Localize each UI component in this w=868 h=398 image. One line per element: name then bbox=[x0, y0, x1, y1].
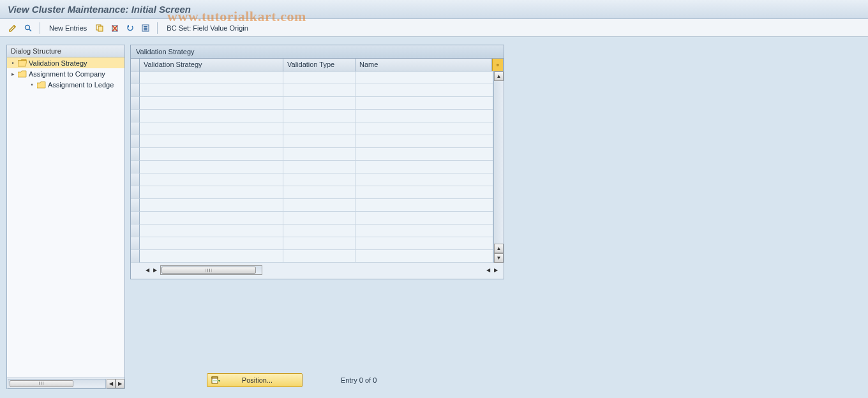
scroll-left-icon[interactable]: ◀ bbox=[107, 379, 116, 388]
title-bar: View Cluster Maintenance: Initial Screen bbox=[0, 0, 868, 19]
scroll-left-icon[interactable]: ◀ bbox=[484, 266, 492, 275]
grid-rows bbox=[131, 71, 493, 263]
position-button-label: Position... bbox=[224, 376, 302, 384]
svg-rect-17 bbox=[212, 380, 218, 381]
tree-node-label: Assignment to Ledge bbox=[48, 81, 114, 89]
scrollbar-thumb[interactable] bbox=[161, 267, 256, 274]
table-row[interactable] bbox=[131, 84, 493, 97]
row-handle[interactable] bbox=[131, 225, 140, 237]
svg-rect-11 bbox=[497, 64, 498, 66]
table-row[interactable] bbox=[131, 161, 493, 173]
table-settings-icon[interactable] bbox=[492, 59, 504, 71]
row-handle[interactable] bbox=[131, 148, 140, 161]
toolbar-separator bbox=[157, 22, 158, 34]
tree-bullet-icon: • bbox=[10, 60, 16, 66]
grid-horizontal-scrollbar[interactable]: ◀ ▶ ◀ ▶ bbox=[131, 263, 504, 279]
row-handle[interactable] bbox=[131, 212, 140, 225]
table-row[interactable] bbox=[131, 186, 493, 199]
svg-line-1 bbox=[29, 29, 31, 31]
row-handle[interactable] bbox=[131, 71, 140, 84]
grid-title: Validation Strategy bbox=[131, 45, 504, 59]
table-row[interactable] bbox=[131, 237, 493, 250]
row-handle[interactable] bbox=[131, 122, 140, 135]
svg-rect-16 bbox=[212, 377, 218, 378]
table-row[interactable] bbox=[131, 97, 493, 110]
scroll-left-icon[interactable]: ◀ bbox=[144, 266, 151, 275]
tree-node-validation-strategy[interactable]: • Validation Strategy bbox=[7, 57, 124, 68]
folder-icon bbox=[18, 70, 27, 78]
scroll-down-icon[interactable]: ▼ bbox=[494, 253, 504, 263]
page-title: View Cluster Maintenance: Initial Screen bbox=[8, 4, 191, 15]
row-handle[interactable] bbox=[131, 250, 140, 263]
toolbar-separator bbox=[40, 22, 40, 34]
tree-bullet-icon: • bbox=[29, 82, 35, 88]
grid-vertical-scrollbar[interactable]: ▲ ▲ ▼ bbox=[493, 71, 504, 263]
row-handle-header bbox=[131, 59, 140, 71]
copy-icon[interactable] bbox=[93, 22, 106, 34]
svg-rect-8 bbox=[144, 26, 147, 27]
row-handle[interactable] bbox=[131, 135, 140, 148]
scroll-right-icon[interactable]: ▶ bbox=[151, 266, 159, 275]
tree-node-label: Validation Strategy bbox=[29, 59, 87, 67]
table-row[interactable] bbox=[131, 71, 493, 84]
scroll-up-icon[interactable]: ▲ bbox=[494, 71, 504, 81]
row-handle[interactable] bbox=[131, 110, 140, 122]
table-row[interactable] bbox=[131, 212, 493, 225]
column-header-name[interactable]: Name bbox=[355, 59, 492, 71]
tree-horizontal-scrollbar[interactable]: ◀ ▶ bbox=[7, 378, 124, 388]
svg-rect-10 bbox=[144, 29, 147, 31]
dialog-structure-panel: Dialog Structure • Validation Strategy ▸… bbox=[6, 45, 125, 389]
tree-header: Dialog Structure bbox=[7, 45, 124, 57]
folder-open-icon bbox=[18, 59, 27, 67]
scrollbar-thumb[interactable] bbox=[10, 380, 73, 387]
table-row[interactable] bbox=[131, 135, 493, 148]
scroll-right-icon[interactable]: ▶ bbox=[116, 379, 124, 388]
tree-node-assignment-ledger[interactable]: • Assignment to Ledge bbox=[7, 79, 124, 90]
table-row[interactable] bbox=[131, 199, 493, 212]
scroll-right-icon[interactable]: ▶ bbox=[492, 266, 500, 275]
scroll-up-icon[interactable]: ▲ bbox=[494, 244, 504, 253]
new-entries-button[interactable]: New Entries bbox=[45, 22, 91, 34]
toolbar: New Entries BC Set: Field Value Origin bbox=[0, 19, 868, 37]
column-header-validation-strategy[interactable]: Validation Strategy bbox=[140, 59, 283, 71]
table-row[interactable] bbox=[131, 250, 493, 263]
change-icon[interactable] bbox=[6, 22, 19, 34]
select-all-icon[interactable] bbox=[139, 22, 152, 34]
row-handle[interactable] bbox=[131, 173, 140, 186]
row-handle[interactable] bbox=[131, 97, 140, 110]
table-row[interactable] bbox=[131, 148, 493, 161]
row-handle[interactable] bbox=[131, 199, 140, 212]
svg-rect-3 bbox=[98, 26, 103, 31]
grid-header-row: Validation Strategy Validation Type Name bbox=[131, 59, 504, 71]
entry-counter: Entry 0 of 0 bbox=[341, 376, 377, 384]
delete-icon[interactable] bbox=[108, 22, 121, 34]
tree-expand-icon[interactable]: ▸ bbox=[10, 71, 16, 77]
svg-rect-9 bbox=[144, 27, 147, 29]
svg-point-0 bbox=[26, 25, 30, 29]
row-handle[interactable] bbox=[131, 237, 140, 250]
table-row[interactable] bbox=[131, 110, 493, 122]
tree-node-label: Assignment to Company bbox=[29, 70, 105, 78]
folder-icon bbox=[37, 81, 46, 89]
table-row[interactable] bbox=[131, 225, 493, 237]
position-button[interactable]: Position... bbox=[207, 373, 303, 387]
table-row[interactable] bbox=[131, 173, 493, 186]
row-handle[interactable] bbox=[131, 186, 140, 199]
tree-node-assignment-company[interactable]: ▸ Assignment to Company bbox=[7, 68, 124, 79]
position-icon bbox=[210, 374, 221, 386]
column-header-validation-type[interactable]: Validation Type bbox=[283, 59, 355, 71]
validation-strategy-grid: Validation Strategy Validation Strategy … bbox=[130, 45, 504, 279]
find-icon[interactable] bbox=[22, 22, 34, 34]
table-row[interactable] bbox=[131, 122, 493, 135]
bcset-button[interactable]: BC Set: Field Value Origin bbox=[163, 22, 252, 34]
row-handle[interactable] bbox=[131, 84, 140, 97]
undo-icon[interactable] bbox=[124, 22, 137, 34]
row-handle[interactable] bbox=[131, 161, 140, 173]
